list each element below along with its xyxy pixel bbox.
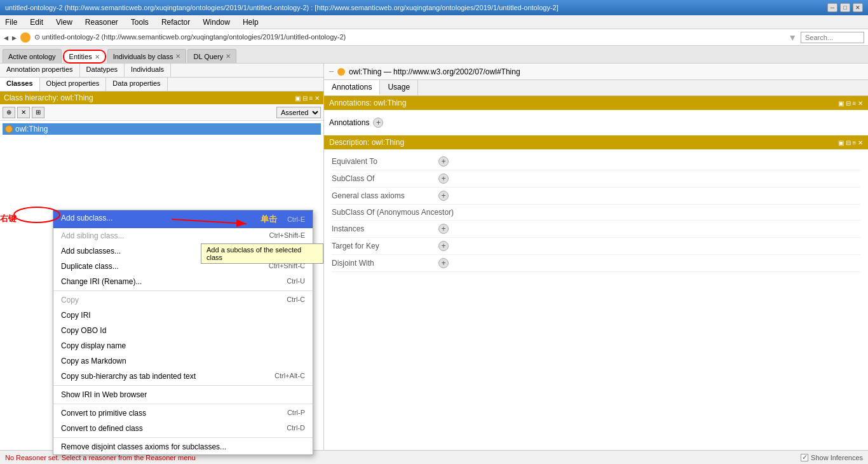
ctx-copy-markdown-label: Copy as Markdown: [61, 357, 126, 365]
add-node-button[interactable]: ⊕: [3, 107, 15, 118]
sub-tabs-top: Annotation properties Datatypes Individu…: [0, 64, 323, 78]
desc-label-subclass-of: SubClass Of: [332, 174, 433, 183]
ctx-copy-iri-label: Copy IRI: [61, 311, 91, 320]
general-class-axioms-add-button[interactable]: +: [438, 191, 449, 201]
ctx-remove-disjoint[interactable]: Remove disjoint classes axioms for subcl…: [53, 439, 313, 454]
window-controls[interactable]: ─ □ ✕: [827, 3, 863, 12]
ctx-copy-display-name[interactable]: Copy display name: [53, 338, 313, 353]
close-button[interactable]: ✕: [853, 3, 863, 12]
tab-dl-query[interactable]: DL Query ✕: [187, 49, 236, 63]
maximize-button[interactable]: □: [840, 3, 850, 12]
subtab-annotation-properties[interactable]: Annotation properties: [0, 64, 80, 77]
right-header-text: owl:Thing — http://www.w3.org/2002/07/ow…: [349, 67, 520, 76]
description-header-icons: ▣ ⊟ ≡ ✕: [838, 139, 863, 146]
context-menu: Add subclass... 单击 Ctrl-E Add sibling cl…: [53, 210, 313, 455]
ctx-separator-4: [53, 437, 313, 438]
tab-dl-query-label: DL Query: [193, 53, 223, 60]
desc-label-general-class-axioms: General class axioms: [332, 191, 433, 200]
disjoint-with-add-button[interactable]: +: [438, 258, 449, 268]
target-for-key-add-button[interactable]: +: [438, 241, 449, 251]
ctx-copy-hierarchy[interactable]: Copy sub-hierarchy as tab indented text …: [53, 369, 313, 384]
ctx-add-subclass[interactable]: Add subclass... 单击 Ctrl-E: [53, 210, 313, 228]
dropdown-icon[interactable]: ▼: [788, 32, 797, 43]
class-hierarchy-header: Class hierarchy: owl:Thing ▣ ⊟ ≡ ✕: [0, 92, 323, 104]
ctx-convert-primitive[interactable]: Convert to primitive class Ctrl-P: [53, 406, 313, 421]
ctx-change-iri-shortcut: Ctrl-U: [287, 277, 305, 286]
right-minimize-icon[interactable]: ─: [329, 68, 334, 75]
menu-tools[interactable]: Tools: [128, 17, 151, 28]
ctx-add-sibling-label: Add sibling class...: [61, 231, 124, 240]
instances-add-button[interactable]: +: [438, 224, 449, 234]
tab-entities[interactable]: Entities ✕: [63, 50, 106, 64]
subclass-of-add-button[interactable]: +: [438, 174, 449, 184]
subtab-datatypes[interactable]: Datatypes: [80, 64, 125, 77]
ctx-convert-defined-label: Convert to defined class: [61, 424, 143, 433]
ctx-change-iri-label: Change IRI (Rename)...: [61, 277, 142, 286]
ctx-show-iri-label: Show IRI in Web browser: [61, 390, 147, 399]
delete-node-button[interactable]: ✕: [17, 107, 30, 118]
ctx-copy-obo[interactable]: Copy OBO Id: [53, 323, 313, 338]
desc-label-disjoint-with: Disjoint With: [332, 259, 433, 268]
annotations-body: Annotations +: [324, 110, 868, 135]
asserted-select[interactable]: Asserted Inferred: [276, 107, 321, 118]
tree-node-owl-thing[interactable]: owl:Thing: [3, 123, 321, 135]
forward-button[interactable]: ▸: [12, 32, 17, 43]
annotations-label: Annotations: [329, 118, 369, 127]
tab-entities-close[interactable]: ✕: [95, 53, 100, 60]
right-panel: ─ owl:Thing — http://www.w3.org/2002/07/…: [324, 64, 868, 450]
desc-label-equivalent-to: Equivalent To: [332, 157, 433, 166]
annotations-row: Annotations +: [329, 115, 863, 130]
ctx-copy-iri[interactable]: Copy IRI: [53, 308, 313, 323]
menu-edit[interactable]: Edit: [27, 17, 46, 28]
ctx-copy-markdown[interactable]: Copy as Markdown: [53, 353, 313, 369]
menu-help[interactable]: Help: [240, 17, 261, 28]
ctx-add-subclass-shortcut: Ctrl-E: [287, 215, 305, 223]
minimize-button[interactable]: ─: [827, 3, 837, 12]
desc-label-instances: Instances: [332, 224, 433, 233]
equivalent-to-add-button[interactable]: +: [438, 156, 449, 167]
tab-dl-query-close[interactable]: ✕: [226, 53, 231, 60]
show-inferences-checkbox[interactable]: ✓: [801, 454, 808, 461]
ctx-add-sibling-shortcut: Ctrl+Shift-E: [269, 231, 305, 240]
menu-refactor[interactable]: Refactor: [159, 17, 193, 28]
right-click-annotation: 右键: [0, 213, 17, 224]
description-body: Equivalent To + SubClass Of + General cl…: [324, 149, 868, 450]
ctx-remove-disjoint-label: Remove disjoint classes axioms for subcl…: [61, 442, 226, 451]
ctx-separator-1: [53, 290, 313, 291]
ctx-convert-primitive-label: Convert to primitive class: [61, 409, 146, 418]
right-owl-icon: [337, 68, 345, 76]
ctx-copy-display-name-label: Copy display name: [61, 341, 126, 350]
subtab-classes[interactable]: Classes: [0, 78, 40, 91]
tab-active-ontology[interactable]: Active ontology: [3, 49, 62, 63]
menu-view[interactable]: View: [53, 17, 75, 28]
subtab-individuals[interactable]: Individuals: [125, 64, 171, 77]
search-input[interactable]: [801, 32, 864, 43]
subtab-data-properties[interactable]: Data properties: [106, 78, 167, 91]
desc-row-subclass-anonymous: SubClass Of (Anonymous Ancestor): [332, 205, 860, 221]
menu-window[interactable]: Window: [200, 17, 233, 28]
ctx-change-iri[interactable]: Change IRI (Rename)... Ctrl-U: [53, 274, 313, 289]
menu-reasoner[interactable]: Reasoner: [83, 17, 121, 28]
owl-thing-label: owl:Thing: [15, 125, 48, 133]
tab-individuals-close[interactable]: ✕: [175, 53, 180, 60]
ctx-convert-defined[interactable]: Convert to defined class Ctrl-D: [53, 421, 313, 436]
right-panel-header: ─ owl:Thing — http://www.w3.org/2002/07/…: [324, 64, 868, 80]
menu-file[interactable]: File: [3, 17, 20, 28]
show-inferences[interactable]: ✓ Show Inferences: [801, 454, 863, 461]
ctx-add-sibling[interactable]: Add sibling class... Ctrl+Shift-E: [53, 228, 313, 243]
header-icons: ▣ ⊟ ≡ ✕: [295, 95, 320, 102]
ctx-add-subclasses[interactable]: Add subclasses...: [53, 243, 313, 259]
subtab-object-properties[interactable]: Object properties: [40, 78, 107, 91]
desc-row-general-class-axioms: General class axioms +: [332, 188, 860, 205]
annotations-add-button[interactable]: +: [373, 118, 383, 128]
ctx-copy[interactable]: Copy Ctrl-C: [53, 292, 313, 308]
ctx-show-iri[interactable]: Show IRI in Web browser: [53, 387, 313, 402]
collapse-button[interactable]: ⊞: [32, 107, 44, 118]
description-header-text: Description: owl:Thing: [329, 138, 404, 147]
ctx-duplicate-class[interactable]: Duplicate class... Ctrl+Shift-C: [53, 259, 313, 274]
tab-individuals-by-class[interactable]: Individuals by class ✕: [107, 49, 187, 63]
back-button[interactable]: ◂: [4, 32, 8, 43]
ontology-icon: [20, 32, 31, 43]
right-tab-annotations[interactable]: Annotations: [324, 80, 380, 95]
right-tab-usage[interactable]: Usage: [380, 80, 418, 95]
